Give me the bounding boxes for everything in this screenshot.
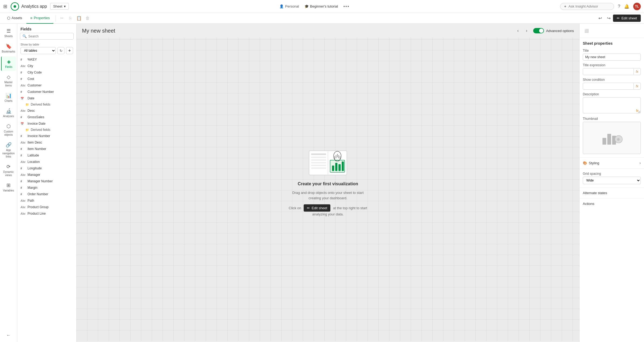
- paste-button[interactable]: 📋: [75, 15, 83, 22]
- title-expression-input[interactable]: [583, 68, 633, 75]
- sidebar-item-sheets[interactable]: ☰ Sheets: [1, 26, 16, 40]
- field-list-item[interactable]: 📅Date: [17, 95, 76, 102]
- help-icon[interactable]: ?: [618, 4, 620, 9]
- field-type-indicator: #: [20, 148, 26, 151]
- styling-chevron-icon: ›: [639, 161, 641, 165]
- description-input[interactable]: [583, 97, 641, 113]
- sheet-dropdown[interactable]: Sheet ▾: [50, 3, 69, 10]
- styling-palette-icon: 🎨: [583, 161, 587, 165]
- more-options-icon[interactable]: •••: [343, 4, 350, 9]
- prev-sheet-button[interactable]: ‹: [514, 27, 522, 34]
- tutorial-link[interactable]: 🎓 Beginner's tutorial: [304, 4, 338, 8]
- notifications-icon[interactable]: 🔔: [624, 4, 629, 9]
- grid-canvas[interactable]: Create your first visualization Drag and…: [77, 38, 579, 341]
- field-list-item[interactable]: AbcProduct Line: [17, 210, 76, 217]
- main-layout: ☰ Sheets 🔖 Bookmarks ◈ Fields ◇ Master i…: [0, 24, 644, 342]
- svg-rect-3: [311, 153, 326, 155]
- field-list-item[interactable]: #Order Number: [17, 191, 76, 197]
- field-list-item[interactable]: #Invoice Number: [17, 133, 76, 139]
- tab-properties[interactable]: ≡ Properties: [26, 13, 53, 24]
- sidebar-item-charts[interactable]: 📊 Charts: [1, 90, 16, 105]
- tab-assets[interactable]: ⬡ Assets: [3, 13, 26, 24]
- field-list-item[interactable]: AbcProduct Group: [17, 204, 76, 210]
- personal-indicator: 👤 Personal: [279, 4, 299, 8]
- advanced-options-toggle[interactable]: Advanced options: [533, 28, 574, 33]
- field-list-item[interactable]: AbcManager: [17, 172, 76, 178]
- field-list-item[interactable]: #City Code: [17, 69, 76, 76]
- show-condition-input[interactable]: [583, 83, 633, 89]
- field-list-item[interactable]: #GrossSales: [17, 114, 76, 120]
- next-sheet-button[interactable]: ›: [523, 27, 530, 34]
- grid-spacing-select[interactable]: Wide Medium Narrow: [583, 177, 641, 184]
- field-list-item[interactable]: 📅Invoice Date: [17, 120, 76, 127]
- field-type-indicator: #: [20, 167, 26, 170]
- sidebar-item-fields[interactable]: ◈ Fields: [1, 57, 16, 71]
- fields-search-bar[interactable]: 🔍: [20, 33, 74, 40]
- edit-sheet-button[interactable]: ✏ Edit sheet: [613, 15, 641, 22]
- svg-rect-21: [602, 138, 606, 145]
- field-list-item[interactable]: #Cost: [17, 76, 76, 82]
- delete-button[interactable]: 🗑: [84, 15, 91, 22]
- bookmarks-icon: 🔖: [6, 43, 12, 49]
- field-list-item[interactable]: AbcCustomer: [17, 82, 76, 89]
- field-name-label: Item Number: [28, 147, 46, 151]
- add-field-button[interactable]: +: [66, 47, 73, 54]
- fields-search-input[interactable]: [28, 34, 71, 38]
- field-list-item[interactable]: #Latitude: [17, 152, 76, 159]
- field-list-item[interactable]: #%KEY: [17, 56, 76, 63]
- sidebar-item-bookmarks[interactable]: 🔖 Bookmarks: [1, 41, 16, 55]
- field-name-label: Margin: [28, 186, 37, 190]
- field-list-item[interactable]: AbcDesc: [17, 107, 76, 114]
- field-type-indicator: #: [20, 135, 26, 138]
- undo-button[interactable]: ↩: [596, 15, 604, 22]
- field-list-item[interactable]: #Item Number: [17, 146, 76, 152]
- field-type-indicator: #: [20, 186, 26, 189]
- field-list-item[interactable]: #Manager Number: [17, 178, 76, 184]
- styling-header[interactable]: 🎨 Styling ›: [583, 161, 641, 165]
- thumbnail-preview[interactable]: ⊕: [583, 122, 641, 154]
- field-list-item[interactable]: AbcCity: [17, 63, 76, 69]
- field-list-item[interactable]: #Margin: [17, 184, 76, 191]
- table-select[interactable]: All tables: [20, 47, 56, 54]
- field-list-item[interactable]: AbcPath: [17, 197, 76, 204]
- field-list-item[interactable]: #Customer Number: [17, 89, 76, 95]
- field-type-indicator: #: [20, 78, 26, 81]
- redo-button[interactable]: ↪: [605, 15, 612, 22]
- derived-fields-item[interactable]: 📁Derived fields: [17, 127, 76, 133]
- sidebar-item-app-nav[interactable]: 🔗 App navigation links: [1, 140, 16, 160]
- field-type-indicator: Abc: [20, 141, 26, 144]
- avatar[interactable]: TL: [633, 3, 641, 10]
- field-list-item[interactable]: AbcItem Desc: [17, 139, 76, 146]
- cut-button[interactable]: ✂: [58, 15, 66, 22]
- sidebar-item-dynamic-views[interactable]: ⟳ Dynamic views: [1, 162, 16, 179]
- placeholder-title: Create your first visualization: [298, 182, 358, 186]
- field-list-item[interactable]: #Longitude: [17, 165, 76, 172]
- custom-objects-icon: ⬡: [6, 123, 11, 129]
- advanced-toggle-switch[interactable]: [533, 28, 544, 33]
- derived-fields-label: Derived fields: [31, 128, 50, 132]
- sidebar-item-analyses[interactable]: 🔬 Analyses: [1, 106, 16, 120]
- description-fx-button[interactable]: fx: [636, 109, 639, 113]
- refresh-fields-button[interactable]: ↻: [57, 47, 64, 54]
- collapse-sidebar-button[interactable]: ←: [4, 331, 13, 340]
- derived-fields-item[interactable]: 📁Derived fields: [17, 102, 76, 107]
- copy-button[interactable]: ⎘: [67, 15, 74, 22]
- show-condition-label: Show condition: [583, 78, 641, 82]
- title-expression-label: Title expression: [583, 63, 641, 67]
- insight-advisor-search[interactable]: ✦: [560, 3, 614, 10]
- field-list-item[interactable]: AbcLocation: [17, 159, 76, 165]
- title-input[interactable]: [583, 54, 641, 61]
- field-type-indicator: Abc: [20, 199, 26, 202]
- svg-rect-8: [311, 167, 326, 169]
- search-icon: 🔍: [22, 34, 27, 38]
- sidebar-item-variables[interactable]: ⊞ Variables: [1, 180, 16, 194]
- sidebar-item-master-items[interactable]: ◇ Master items: [1, 72, 16, 89]
- show-condition-fx-button[interactable]: fx: [633, 83, 640, 89]
- placeholder-edit-sheet-button[interactable]: ✏ Edit sheet: [304, 204, 330, 212]
- grid-icon[interactable]: ⊞: [3, 4, 7, 9]
- toolbar-actions: ✂ ⎘ 📋 🗑: [58, 15, 91, 22]
- insight-input[interactable]: [568, 4, 606, 8]
- field-type-indicator: #: [20, 116, 26, 119]
- sidebar-item-custom-objects[interactable]: ⬡ Custom objects: [1, 121, 16, 139]
- title-expression-fx-button[interactable]: fx: [633, 69, 640, 75]
